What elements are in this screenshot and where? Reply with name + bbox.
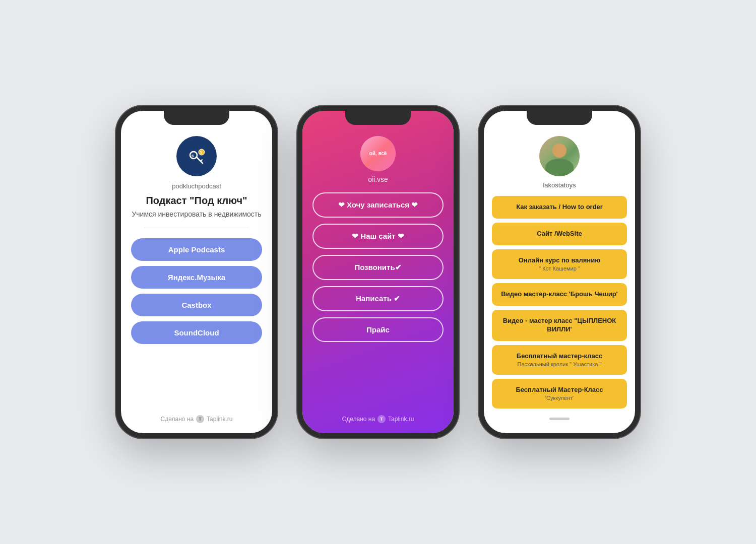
phone-3-notch: [527, 111, 592, 125]
phone3-btn-3[interactable]: Онлайн курс по валянию " Кот Кашемир ": [492, 249, 627, 279]
phone3-btn-7[interactable]: Бесплатный Мастер-Класс 'Суккулент': [492, 379, 627, 409]
phone-3-screen: lakostatoys Как заказать / How to order …: [484, 111, 635, 433]
phone2-username: oii.vse: [368, 175, 388, 183]
phone2-btn-4[interactable]: Написать ✔: [312, 286, 444, 311]
phone1-btn-castbox[interactable]: Castbox: [131, 294, 262, 316]
phone3-home-indicator: [549, 418, 570, 420]
phone2-avatar-inner: ой, всё: [360, 136, 396, 171]
phone-3: lakostatoys Как заказать / How to order …: [479, 106, 640, 438]
phone2-btn-3[interactable]: Позвонить✔: [312, 255, 444, 280]
phone3-btn-4[interactable]: Видео мастер-класс 'Брошь Чешир': [492, 283, 627, 306]
phone2-footer: Сделано на T Taplink.ru: [342, 415, 414, 423]
svg-text:$: $: [192, 154, 194, 158]
taplink-icon-1: T: [196, 415, 204, 423]
phone3-btn-2[interactable]: Сайт /WebSite: [492, 223, 627, 245]
phone-2-notch: [345, 111, 411, 125]
phone3-btn-1[interactable]: Как заказать / How to order: [492, 196, 627, 219]
phone2-avatar: ой, всё: [360, 136, 396, 171]
phone1-logo: $ $: [176, 136, 217, 176]
phone-1-notch: [164, 111, 229, 125]
phone3-avatar-img: [539, 136, 580, 176]
phone3-username: lakostatoys: [543, 181, 576, 189]
phone-1: $ $ podkluchpodcast Подкаст "Под ключ" У…: [116, 106, 277, 438]
phone-2: ой, всё oii.vse ❤ Хочу записаться ❤ ❤ На…: [297, 106, 459, 438]
phones-container: $ $ podkluchpodcast Подкаст "Под ключ" У…: [96, 76, 660, 468]
taplink-icon-2: T: [377, 415, 386, 423]
phone1-divider: [144, 228, 249, 228]
phone-1-screen: $ $ podkluchpodcast Подкаст "Под ключ" У…: [121, 111, 272, 433]
phone2-btn-2[interactable]: ❤ Наш сайт ❤: [312, 224, 444, 249]
phone1-footer: Сделано на T Taplink.ru: [161, 415, 233, 423]
phone1-btn-yandex[interactable]: Яндекс.Музыка: [131, 266, 262, 289]
phone3-avatar: [539, 136, 580, 176]
phone2-btn-5[interactable]: Прайс: [312, 317, 444, 342]
phone2-btn-1[interactable]: ❤ Хочу записаться ❤: [312, 192, 444, 218]
phone3-btn-5[interactable]: Видео - мастер класс "ЦЫПЛЕНОК ВИЛЛИ': [492, 310, 627, 341]
phone1-username: podkluchpodcast: [172, 182, 221, 190]
phone3-btn-6[interactable]: Бесплатный мастер-класс Пасхальный кроли…: [492, 345, 627, 375]
phone1-subtitle: Учимся инвестировать в недвижимость: [132, 210, 261, 220]
svg-text:$: $: [200, 151, 202, 155]
phone-2-screen: ой, всё oii.vse ❤ Хочу записаться ❤ ❤ На…: [302, 111, 454, 433]
phone1-btn-soundcloud[interactable]: SoundCloud: [131, 321, 262, 344]
phone1-btn-apple-podcasts[interactable]: Apple Podcasts: [131, 238, 262, 261]
phone1-title: Подкаст "Под ключ": [146, 195, 247, 207]
